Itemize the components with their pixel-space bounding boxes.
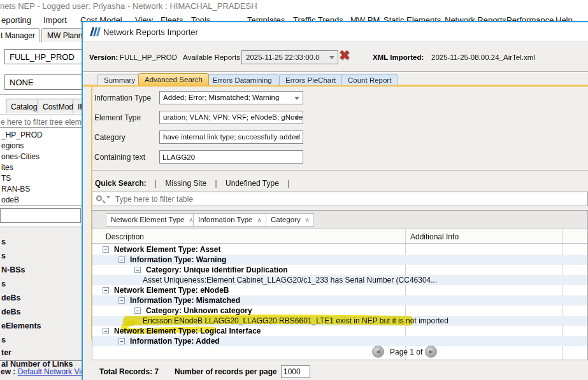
group-information-type-button[interactable]: Information Type∧ bbox=[193, 213, 266, 227]
row-label: Information Type: Warning bbox=[130, 255, 226, 264]
element-type-label: Element Type bbox=[94, 113, 141, 122]
row-label: Category: Unique identifier Duplication bbox=[146, 265, 288, 274]
summary-item: s bbox=[1, 335, 6, 344]
tab-manager[interactable]: t Manager bbox=[0, 28, 39, 42]
tab-catalog[interactable]: Catalog bbox=[6, 99, 42, 113]
element-type-select[interactable]: uration; VLAN; VPN; VRF; eNodeB; gNodeB bbox=[159, 111, 303, 124]
tree-item[interactable]: TS bbox=[1, 174, 11, 183]
tree-item[interactable]: RAN-BS bbox=[1, 185, 30, 194]
collapse-icon[interactable] bbox=[103, 246, 109, 253]
search-filter-chevron-icon bbox=[106, 196, 110, 199]
tab-summary[interactable]: Summary bbox=[97, 74, 141, 85]
collapse-icon[interactable] bbox=[118, 257, 125, 263]
menu-item[interactable]: eporting bbox=[1, 15, 31, 25]
search-icon bbox=[96, 195, 102, 201]
tree-item[interactable]: ones-Cities bbox=[1, 152, 39, 161]
table-row[interactable]: Category: Unique identifier Duplication bbox=[92, 265, 587, 275]
caret-up-icon: ∧ bbox=[252, 216, 261, 223]
summary-item: deBs bbox=[1, 293, 21, 302]
separator: | bbox=[281, 179, 296, 188]
table-row-highlighted[interactable]: Ericsson ENodeB LLAGG20_LLAGG20 RBS6601_… bbox=[92, 316, 587, 326]
screen: nets NEP - Logged user: Priyasha - Netwo… bbox=[0, 0, 588, 380]
page-next-button[interactable]: ▶ bbox=[425, 346, 437, 358]
chevron-down-icon bbox=[294, 136, 299, 139]
caret-up-icon: ∧ bbox=[184, 216, 193, 223]
delete-report-icon[interactable]: ✖ bbox=[339, 48, 350, 63]
tab-errors-piechart[interactable]: Errors PieChart bbox=[279, 74, 342, 85]
menu-item[interactable]: Import bbox=[43, 15, 67, 25]
divider bbox=[92, 170, 588, 171]
divider bbox=[0, 360, 82, 361]
category-value: have internal link type; successfully ad… bbox=[163, 133, 300, 141]
table-filter-input[interactable] bbox=[114, 193, 573, 205]
containing-text-input[interactable] bbox=[159, 150, 303, 164]
table-row[interactable]: Network Element Type: eNodeB bbox=[92, 285, 587, 295]
default-network-view-link[interactable]: Default Network View bbox=[18, 367, 91, 376]
information-type-value: Added; Error; Mismatched; Warning bbox=[163, 94, 279, 101]
table-header-row: Description Additional Info bbox=[92, 229, 587, 244]
xml-imported-value: 2025-11-25-08.00.24_AirTel.xml bbox=[431, 53, 535, 61]
row-label: Category: Unknown category bbox=[146, 306, 252, 315]
chevron-down-icon bbox=[294, 116, 299, 120]
collapse-icon[interactable] bbox=[103, 328, 109, 334]
row-label: Network Element Type: Asset bbox=[114, 245, 220, 254]
group-network-element-type-button[interactable]: Network Element Type∧ bbox=[106, 213, 198, 227]
tab-errors-datamining[interactable]: Errors Datamining bbox=[206, 74, 278, 85]
summary-item: N-BSs bbox=[1, 265, 25, 274]
summary-panel: s s N-BSs s deBs deBs eElements s ter al… bbox=[0, 227, 82, 380]
version-label: Version: bbox=[89, 53, 118, 61]
available-reports-select[interactable]: 2025-11-25 22:33:00.0 bbox=[241, 50, 338, 64]
table-row[interactable]: Asset Uniqueness:Element Cabinet_LLAGG20… bbox=[92, 275, 587, 285]
divider bbox=[83, 71, 588, 73]
table-row[interactable]: Network Element Type: Logical Interface bbox=[92, 326, 587, 336]
tree-search-input[interactable] bbox=[0, 208, 81, 223]
chevron-down-icon bbox=[329, 56, 334, 59]
table-filter-box bbox=[92, 192, 588, 206]
row-label: Network Element Type: Logical Interface bbox=[114, 327, 261, 335]
column-description[interactable]: Description bbox=[106, 232, 144, 241]
page-previous-button[interactable]: ◀ bbox=[372, 346, 384, 358]
tree-item[interactable]: _HP_PROD bbox=[1, 130, 43, 139]
group-category-button[interactable]: Category∧ bbox=[266, 213, 314, 227]
collapse-icon[interactable] bbox=[134, 307, 141, 314]
tab-count-report[interactable]: Count Report bbox=[341, 74, 398, 85]
information-type-label: Information Type bbox=[94, 94, 151, 102]
missing-site-link[interactable]: Missing Site bbox=[166, 179, 207, 188]
row-label: Information Type: Mismatched bbox=[130, 296, 240, 305]
divider bbox=[0, 94, 83, 95]
element-type-value: uration; VLAN; VPN; VRF; eNodeB; gNodeB bbox=[163, 113, 303, 121]
available-reports-label: Available Reports bbox=[183, 53, 240, 61]
summary-item: eElements bbox=[1, 321, 41, 330]
collapse-icon[interactable] bbox=[103, 287, 109, 293]
category-select[interactable]: have internal link type; successfully ad… bbox=[159, 130, 303, 144]
row-label: Asset Uniqueness:Element Cabinet_LLAGG20… bbox=[143, 276, 437, 285]
tree-item[interactable]: egions bbox=[1, 141, 24, 150]
tree-item[interactable]: odeB bbox=[1, 195, 19, 204]
collapse-icon[interactable] bbox=[134, 267, 141, 273]
tree-item[interactable]: ites bbox=[1, 163, 13, 172]
collapse-icon[interactable] bbox=[118, 297, 125, 304]
records-per-page-input[interactable] bbox=[281, 365, 310, 378]
group-button-label: Information Type bbox=[198, 216, 252, 223]
results-table: Network Element Type∧ Information Type∧ … bbox=[92, 210, 588, 360]
tab-advanced-search[interactable]: Advanced Search bbox=[138, 73, 209, 85]
dialog-titlebar[interactable]: Network Reports Importer bbox=[83, 22, 588, 42]
undefined-type-link[interactable]: Undefined Type bbox=[226, 179, 279, 188]
table-row[interactable]: Information Type: Warning bbox=[92, 255, 587, 265]
column-additional-info[interactable]: Additional Info bbox=[410, 232, 459, 241]
grouping-row: Network Element Type∧ Information Type∧ … bbox=[92, 211, 587, 229]
table-row[interactable]: Information Type: Mismatched bbox=[92, 295, 587, 306]
information-type-select[interactable]: Added; Error; Mismatched; Warning bbox=[159, 91, 303, 104]
collapse-icon[interactable] bbox=[118, 338, 125, 344]
summary-item: s bbox=[1, 279, 6, 288]
total-records-label: Total Records: 7 bbox=[99, 367, 159, 376]
table-row[interactable]: Category: Unknown category bbox=[92, 306, 587, 316]
group-button-label: Network Element Type bbox=[111, 216, 184, 223]
row-label: Ericsson ENodeB LLAGG20_LLAGG20 RBS6601_… bbox=[143, 316, 448, 325]
chevron-down-icon bbox=[294, 97, 299, 100]
separator: | bbox=[148, 179, 163, 188]
table-row[interactable]: Network Element Type: Asset bbox=[92, 244, 587, 255]
table-row[interactable]: Information Type: Added bbox=[92, 336, 587, 346]
tree-filter-input[interactable]: e here to filter tree elemen bbox=[0, 115, 82, 128]
summary-item: deBs bbox=[1, 307, 21, 316]
